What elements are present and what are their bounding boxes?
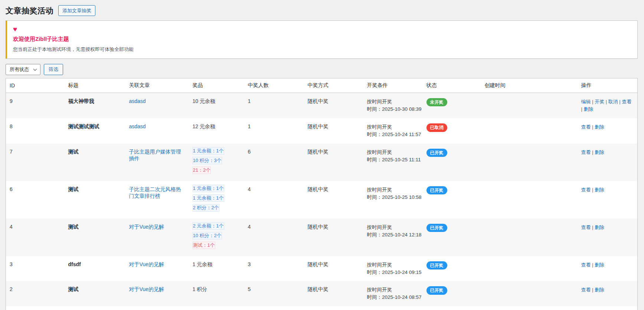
action-link-delete[interactable]: 删除	[584, 106, 594, 112]
action-link-edit[interactable]: 编辑	[581, 99, 591, 104]
row-title: dfsdf	[68, 261, 81, 267]
prize-pill: 10 积分：3个	[193, 157, 222, 164]
article-link[interactable]: 对于Vue的见解	[129, 286, 164, 292]
winner-count: 4	[244, 181, 304, 219]
action-link-cancel[interactable]: 取消	[608, 99, 618, 104]
article-link[interactable]: 对于Vue的见解	[129, 261, 164, 267]
action-link-delete[interactable]: 删除	[595, 124, 604, 130]
action-link-view[interactable]: 查看	[581, 287, 591, 293]
article-link[interactable]: 子比主题二次元风格热门文章排行榜	[129, 186, 181, 199]
article-link[interactable]: 对于Vue的见解	[129, 224, 164, 230]
row-id: 2	[6, 281, 65, 306]
prize-pill: 10 积分：2个	[193, 232, 222, 239]
win-method: 随机中奖	[304, 219, 363, 256]
winner-count: 4	[244, 219, 304, 256]
col-header-status: 状态	[423, 78, 481, 93]
condition-line1: 按时间开奖	[367, 286, 419, 294]
win-method: 随机中奖	[304, 93, 363, 118]
table-row: 2 测试 对于Vue的见解 1 积分 5 随机中奖 按时间开奖 时间：2025-…	[6, 281, 638, 306]
row-id: 1	[6, 306, 65, 310]
table-row: 8 测试测试测试 asdasd 12 元余额 1 随机中奖 按时间开奖 时间：2…	[6, 118, 638, 143]
prize-cell: 12 元余额	[189, 118, 244, 143]
row-id: 4	[6, 219, 65, 256]
article-link[interactable]: asdasd	[129, 123, 146, 129]
table-row: 9 福大神带我 asdasd 10 元余额 1 随机中奖 按时间开奖 时间：20…	[6, 93, 638, 118]
prize-cell: 10 元余额	[189, 93, 244, 118]
col-header-title: 标题	[65, 78, 125, 93]
row-id: 3	[6, 256, 65, 281]
prize-cell: 20 积分	[189, 306, 244, 310]
condition-line1: 按时间开奖	[367, 261, 419, 269]
action-separator: |	[591, 124, 595, 130]
action-link-delete[interactable]: 删除	[595, 225, 604, 230]
notice-heading: 欢迎使用Zibll子比主题	[13, 36, 631, 43]
condition-line1: 按时间开奖	[367, 149, 419, 156]
win-method: 随机中奖	[304, 143, 363, 181]
action-separator: |	[591, 287, 595, 293]
table-row: 3 dfsdf 对于Vue的见解 1 元余额 3 随机中奖 按时间开奖 时间：2…	[6, 256, 638, 281]
condition-line2: 时间：2025-10-25 10:58	[367, 194, 419, 201]
row-title: 测试	[68, 149, 79, 155]
win-method: 随机中奖	[304, 281, 363, 306]
action-separator: |	[591, 149, 595, 155]
row-title: 测试	[68, 186, 79, 192]
prize-pill: 2 元余额：1个	[193, 222, 224, 230]
prize-pill: 2 积分：2个	[193, 204, 219, 211]
created-time	[481, 306, 578, 310]
actions-cell: 查看 | 删除	[578, 219, 638, 256]
prize-pill: 测试：1个	[193, 242, 215, 249]
condition-line1: 按时间开奖	[367, 98, 419, 106]
actions-cell: 查看 | 删除	[578, 281, 638, 306]
winner-count: 1	[244, 118, 304, 143]
row-id: 9	[6, 93, 65, 118]
win-method: 随机中奖	[304, 181, 363, 219]
article-link[interactable]: 子比主题用户媒体管理插件	[129, 149, 181, 161]
action-link-view[interactable]: 查看	[622, 99, 631, 104]
prize-cell: 1 元余额：1个10 积分：3个21：2个	[189, 143, 244, 181]
win-method: 随机中奖	[304, 306, 363, 310]
row-id: 7	[6, 143, 65, 181]
action-link-delete[interactable]: 删除	[595, 187, 604, 193]
status-filter-select[interactable]: 所有状态	[6, 64, 40, 75]
action-link-view[interactable]: 查看	[581, 124, 591, 130]
status-badge: 已开奖	[426, 286, 447, 294]
actions-cell: 查看 | 删除	[578, 181, 638, 219]
created-time	[481, 143, 578, 181]
prize-cell: 1 元余额：1个1 元余额：1个2 积分：2个	[189, 181, 244, 219]
filter-button[interactable]: 筛选	[44, 64, 63, 75]
actions-cell: 查看 | 删除	[578, 256, 638, 281]
status-badge: 已开奖	[426, 149, 447, 157]
prize-pill: 1 元余额：1个	[193, 147, 224, 155]
chevron-down-icon	[33, 67, 37, 71]
action-link-delete[interactable]: 删除	[595, 287, 604, 293]
row-title: 测试	[68, 286, 79, 292]
action-link-view[interactable]: 查看	[581, 225, 591, 230]
action-link-delete[interactable]: 删除	[595, 149, 604, 155]
draw-condition-cell: 按时间开奖 时间：2025-10-30 08:39	[363, 93, 423, 118]
article-link[interactable]: asdasd	[129, 98, 146, 104]
prize-pill: 1 元余额：1个	[193, 194, 224, 202]
title-row: 文章抽奖活动 添加文章抽奖	[6, 5, 638, 16]
winner-count: 6	[244, 143, 304, 181]
row-title: 福大神带我	[68, 98, 94, 104]
add-lottery-button[interactable]: 添加文章抽奖	[58, 5, 95, 16]
status-badge: 已取消	[426, 123, 447, 132]
winner-count: 1	[244, 93, 304, 118]
action-link-draw[interactable]: 开奖	[595, 99, 604, 104]
draw-condition-cell: 按时间开奖 时间：2025-10-23 17:00	[363, 306, 423, 310]
table-row: 6 测试 子比主题二次元风格热门文章排行榜 1 元余额：1个1 元余额：1个2 …	[6, 181, 638, 219]
action-link-view[interactable]: 查看	[581, 149, 591, 155]
action-separator: |	[591, 225, 595, 230]
status-badge: 未开奖	[426, 98, 447, 106]
prize-pill: 21：2个	[193, 167, 211, 174]
action-link-view[interactable]: 查看	[581, 187, 591, 193]
action-link-view[interactable]: 查看	[581, 262, 591, 268]
notice-body: 您当前正处于本地测试环境，无需授权即可体验全部功能	[13, 46, 631, 53]
action-separator: |	[591, 262, 595, 268]
prize-pill: 1 元余额：1个	[193, 185, 224, 192]
page-title: 文章抽奖活动	[6, 6, 53, 16]
action-link-delete[interactable]: 删除	[595, 262, 604, 268]
col-header-draw-condition: 开奖条件	[363, 78, 423, 93]
draw-condition-cell: 按时间开奖 时间：2025-10-25 10:58	[363, 181, 423, 219]
status-badge: 已开奖	[426, 186, 447, 194]
